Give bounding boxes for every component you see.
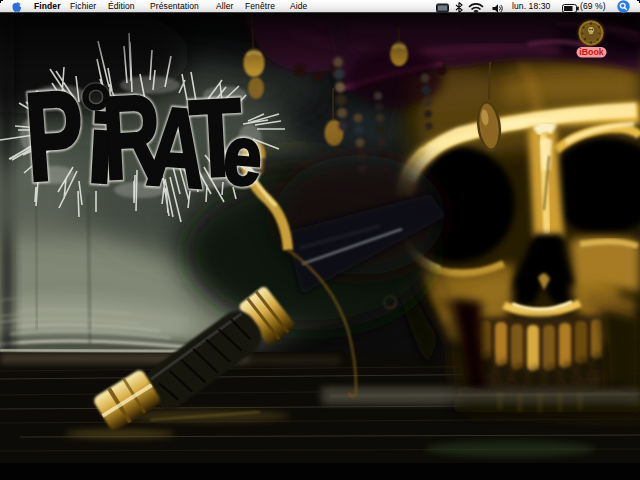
svg-text:P: P bbox=[21, 63, 89, 208]
svg-text:iBook: iBook bbox=[579, 47, 604, 57]
